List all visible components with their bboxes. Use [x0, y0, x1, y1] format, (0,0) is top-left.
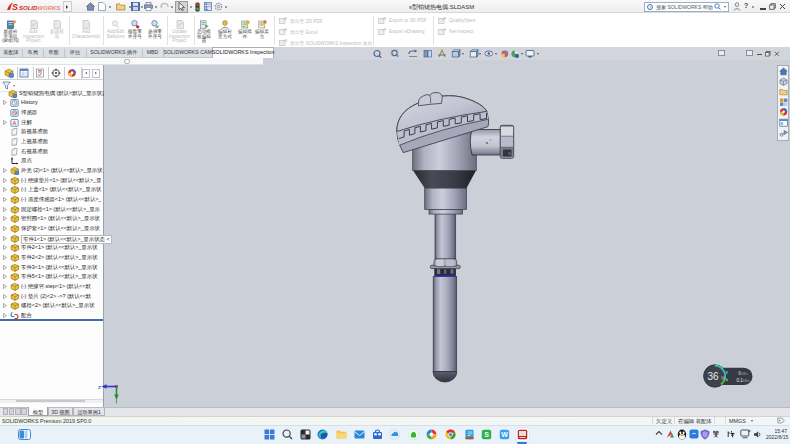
svg-text:SOLIDWORKS: SOLIDWORKS: [19, 5, 60, 11]
svg-text:A: A: [12, 120, 16, 126]
svg-text:36: 36: [707, 371, 719, 382]
svg-text:6KB/s: 6KB/s: [738, 371, 748, 376]
svg-text:S: S: [484, 431, 489, 438]
svg-text:W: W: [501, 431, 508, 438]
svg-text:S: S: [12, 2, 18, 12]
svg-text:%: %: [721, 376, 725, 381]
svg-text:0.1KB/s: 0.1KB/s: [736, 378, 750, 383]
svg-text:z: z: [98, 384, 101, 390]
